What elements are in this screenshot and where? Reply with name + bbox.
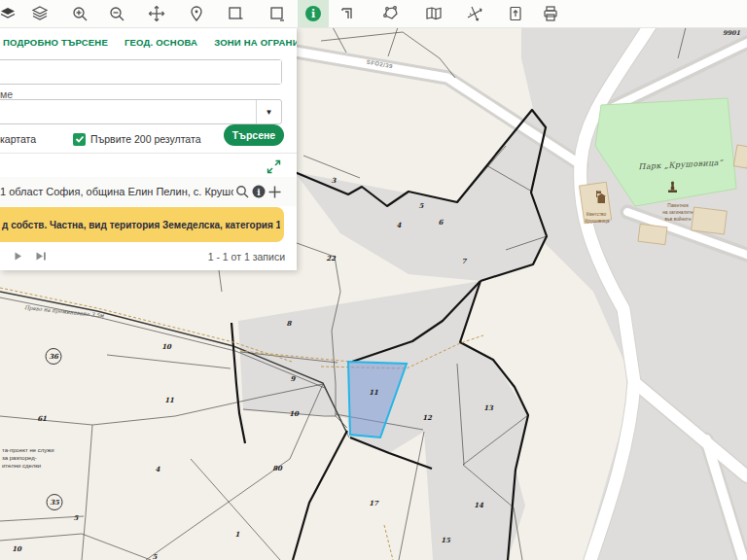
location-tool-button[interactable] <box>183 0 210 27</box>
limit-checkbox[interactable] <box>73 133 86 146</box>
tab-restriction-zones[interactable]: ЗОНИ НА ОГРАНИЧЕНИЯ <box>214 37 297 48</box>
search-button[interactable]: Търсене <box>224 124 284 146</box>
layers-icon <box>31 5 49 22</box>
print-icon <box>542 5 559 22</box>
rect-subtract-icon <box>268 5 286 22</box>
search-field[interactable] <box>0 59 282 85</box>
export-tool-button[interactable] <box>502 0 529 27</box>
svg-text:i: i <box>257 188 261 197</box>
export-page-icon <box>507 5 524 22</box>
result-detail-row[interactable]: д собств. Частна, вид територия Земеделс… <box>0 207 284 242</box>
pagination-bar: 1 - 1 от 1 записи <box>0 242 297 270</box>
zoom-out-tool-button[interactable] <box>103 0 130 27</box>
result-info-icon[interactable]: i <box>250 184 267 200</box>
map-label: 13 <box>483 403 494 412</box>
map-label: във войните <box>664 216 692 222</box>
pagination-info: 1 - 1 от 1 записи <box>208 251 285 262</box>
map-label: 17 <box>369 499 379 508</box>
rect-subtract-tool-button[interactable] <box>264 0 291 27</box>
layers-flat-icon <box>0 5 17 22</box>
map-label: 22 <box>326 254 337 262</box>
result-detail-text: д собств. Частна, вид територия Земеделс… <box>0 220 280 230</box>
map-sheets-icon <box>425 5 443 22</box>
result-item-text: 1 област София, община Елин Пелин, с. Кр… <box>0 186 233 197</box>
last-page-icon[interactable] <box>36 252 47 261</box>
map-label: за разпоред- <box>2 455 37 461</box>
map-label: ителни сделки <box>2 463 41 469</box>
map-label: 11 <box>369 388 378 397</box>
map-label: 35 <box>50 498 60 507</box>
map-label: 9901 <box>723 29 741 37</box>
panel-divider <box>0 153 297 154</box>
map-extent-label-fragment: картата <box>0 133 36 145</box>
pan-tool-button[interactable] <box>143 0 170 27</box>
layers-flat-tool-button[interactable] <box>0 0 21 27</box>
map-label: 10 <box>289 409 300 418</box>
map-label: 14 <box>474 501 484 509</box>
area-measure-icon <box>382 5 400 22</box>
zoom-in-tool-button[interactable] <box>66 0 93 27</box>
tab-geodetic-basis[interactable]: ГЕОД. ОСНОВА <box>124 37 197 48</box>
zoom-to-result-icon[interactable] <box>233 184 250 200</box>
zoom-out-icon <box>108 5 125 22</box>
axes-measure-icon <box>466 5 483 22</box>
info-icon: i <box>304 5 322 22</box>
layers-tool-button[interactable] <box>26 0 53 27</box>
svg-text:i: i <box>311 8 315 20</box>
print-tool-button[interactable] <box>537 0 564 27</box>
map-label: та-проект не служи <box>2 447 54 453</box>
area-measure-tool-button[interactable] <box>377 0 405 27</box>
map-label: 12 <box>422 413 433 422</box>
kais-cadastre-app: { "toolbar": { "tools_left": ["layers-fl… <box>0 0 747 560</box>
map-label: 80 <box>272 464 283 472</box>
map-label: 36 <box>49 352 59 361</box>
dropdown-value <box>0 100 256 123</box>
panel-tabs: ПОДРОБНО ТЪРСЕНЕ ГЕОД. ОСНОВА ЗОНИ НА ОГ… <box>3 37 297 48</box>
limit-checkbox-label: Първите 200 резултата <box>90 133 200 145</box>
map-label: 1 <box>235 530 240 539</box>
map-label: 61 <box>37 414 47 423</box>
bend-measure-tool-button[interactable] <box>335 0 362 27</box>
rect-select-icon <box>227 5 244 22</box>
map-label: 11 <box>164 396 174 404</box>
rect-select-tool-button[interactable] <box>222 0 249 27</box>
map-label: 15 <box>441 536 451 544</box>
map-label: на загиналите <box>662 210 694 215</box>
map-label: Кметство <box>587 212 607 217</box>
axes-measure-tool-button[interactable] <box>461 0 488 27</box>
expand-results-icon[interactable] <box>267 159 281 174</box>
location-pin-icon <box>188 5 205 22</box>
search-input[interactable] <box>0 60 281 84</box>
result-list-item[interactable]: 1 област София, община Елин Пелин, с. Кр… <box>0 177 297 206</box>
map-label: Паметник <box>667 203 689 208</box>
info-tool-button[interactable]: i <box>298 0 329 27</box>
check-icon <box>75 134 85 144</box>
map-label: 10 <box>12 544 22 553</box>
next-page-icon[interactable] <box>14 252 22 261</box>
search-panel: ПОДРОБНО ТЪРСЕНЕ ГЕОД. ОСНОВА ЗОНИ НА ОГ… <box>0 27 297 270</box>
map-label: 10 <box>161 342 172 351</box>
add-result-icon[interactable] <box>267 184 283 200</box>
tab-detailed-search[interactable]: ПОДРОБНО ТЪРСЕНЕ <box>3 37 108 48</box>
map-toolbar: i <box>0 0 747 28</box>
pan-icon <box>148 5 165 22</box>
map-label: Крушовица <box>586 219 610 224</box>
chevron-down-icon[interactable]: ▼ <box>256 100 281 123</box>
dropdown-field[interactable]: ▼ <box>0 99 282 124</box>
zoom-in-icon <box>71 5 89 22</box>
bend-measure-icon <box>339 5 357 22</box>
map-sheets-tool-button[interactable] <box>420 0 447 27</box>
